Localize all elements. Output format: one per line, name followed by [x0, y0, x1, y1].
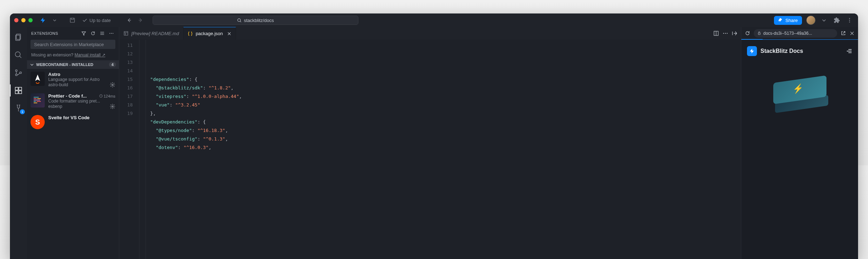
activity-source-control[interactable] — [10, 65, 27, 80]
activity-extensions[interactable] — [10, 83, 27, 98]
command-search[interactable]: stackblitz/docs — [153, 16, 358, 25]
activity-explorer[interactable] — [10, 30, 27, 45]
nav-forward-button[interactable] — [136, 16, 145, 24]
titlebar: Up to date stackblitz/docs Share — [10, 13, 554, 27]
missing-extension-hint: Missing an extension? Manual install ↗ — [27, 51, 119, 60]
svg-rect-11 — [15, 87, 18, 90]
activity-bar: 1 — [10, 27, 27, 165]
sync-status: Up to date — [82, 18, 111, 23]
svg-rect-23 — [34, 101, 36, 102]
extension-desc: Language support for Astro — [48, 77, 115, 82]
svg-rect-13 — [15, 91, 18, 94]
sidebar: EXTENSIONS Search Extensions in Marketpl… — [27, 27, 119, 165]
extension-timing: 124ms — [99, 94, 115, 98]
extension-icon: S — [31, 115, 45, 129]
svg-rect-14 — [19, 91, 22, 94]
filter-icon[interactable] — [81, 30, 87, 37]
svg-point-10 — [20, 72, 22, 74]
ports-badge: 1 — [20, 109, 25, 114]
nav-back-button[interactable] — [125, 16, 133, 24]
tab-label: [Preview] README.md — [131, 31, 179, 36]
line-numbers: 111213141516171819 — [119, 40, 139, 165]
extension-publisher: astro-build — [48, 82, 68, 87]
svg-rect-12 — [19, 87, 22, 90]
section-installed[interactable]: WEBCONTAINER - INSTALLED 4 — [27, 60, 119, 69]
svg-rect-19 — [34, 97, 39, 98]
activity-search[interactable] — [10, 48, 27, 62]
close-window-button[interactable] — [14, 18, 18, 22]
gear-icon[interactable] — [110, 82, 115, 88]
extension-name: Prettier - Code f... — [48, 93, 87, 99]
sidebar-header: EXTENSIONS — [27, 27, 119, 40]
svg-rect-24 — [37, 101, 41, 102]
svg-rect-21 — [37, 98, 41, 99]
stackblitz-logo-icon[interactable] — [40, 16, 46, 24]
workbench-body: 1 EXTENSIONS Search Extension — [10, 27, 554, 165]
extensions-search-placeholder: Search Extensions in Marketplace — [34, 42, 104, 47]
editor-group: [Preview] README.md package.json — [119, 27, 554, 165]
window-controls — [14, 18, 33, 22]
nav-arrows — [125, 16, 145, 24]
preview-icon — [123, 31, 128, 36]
extension-item[interactable]: S Svelte for VS Code — [27, 112, 119, 132]
clear-icon[interactable] — [99, 30, 105, 37]
chevron-down-icon — [30, 62, 34, 67]
manual-install-link[interactable]: Manual install ↗ — [75, 53, 105, 57]
command-search-text: stackblitz/docs — [244, 18, 274, 23]
code-editor[interactable]: 111213141516171819 "dependencies": { "@s… — [119, 40, 554, 165]
gear-icon[interactable] — [110, 104, 115, 109]
extension-item[interactable]: Astro Language support for Astro astro-b… — [27, 69, 119, 90]
svg-rect-28 — [124, 32, 128, 35]
svg-rect-0 — [70, 18, 75, 22]
chevron-down-icon[interactable] — [50, 16, 59, 24]
svg-rect-25 — [34, 103, 37, 103]
minimize-window-button[interactable] — [21, 18, 26, 22]
svg-point-8 — [16, 70, 17, 72]
json-icon — [188, 31, 193, 36]
extension-name: Astro — [48, 72, 60, 77]
extension-icon — [31, 72, 45, 86]
maximize-window-button[interactable] — [28, 18, 33, 22]
tab-readme[interactable]: [Preview] README.md — [119, 27, 183, 40]
extensions-list: Astro Language support for Astro astro-b… — [27, 69, 119, 165]
code-content[interactable]: "dependencies": { "@stackblitz/sdk": "^1… — [139, 40, 554, 165]
svg-point-7 — [15, 52, 20, 57]
extension-publisher: esbenp — [48, 104, 62, 109]
svg-point-27 — [112, 106, 113, 107]
sync-status-label: Up to date — [89, 18, 111, 23]
refresh-icon[interactable] — [90, 30, 96, 37]
extension-name: Svelte for VS Code — [48, 115, 89, 120]
sidebar-title: EXTENSIONS — [31, 31, 78, 35]
extension-icon — [31, 93, 45, 108]
svg-point-9 — [16, 74, 17, 76]
extension-desc: Code formatter using pret... — [48, 99, 115, 104]
more-icon[interactable] — [108, 30, 115, 37]
save-icon[interactable] — [68, 16, 77, 24]
tab-label: package.json — [196, 31, 223, 36]
app-window: Up to date stackblitz/docs Share — [10, 13, 554, 165]
svg-point-15 — [110, 33, 110, 34]
section-label: WEBCONTAINER - INSTALLED — [36, 62, 93, 67]
extension-item[interactable]: Prettier - Code f... 124ms Code formatte… — [27, 90, 119, 112]
tab-package-json[interactable]: package.json — [183, 27, 236, 40]
editor-tabs: [Preview] README.md package.json — [119, 27, 554, 40]
close-icon[interactable] — [227, 32, 231, 36]
svg-point-1 — [238, 18, 241, 21]
svg-point-16 — [111, 33, 112, 34]
activity-ports[interactable]: 1 — [10, 101, 27, 116]
svg-point-17 — [112, 33, 113, 34]
svg-rect-20 — [34, 98, 37, 99]
svg-rect-22 — [34, 100, 40, 100]
extensions-search-input[interactable]: Search Extensions in Marketplace — [31, 40, 115, 49]
section-count: 4 — [109, 62, 116, 67]
svg-point-18 — [112, 84, 113, 86]
